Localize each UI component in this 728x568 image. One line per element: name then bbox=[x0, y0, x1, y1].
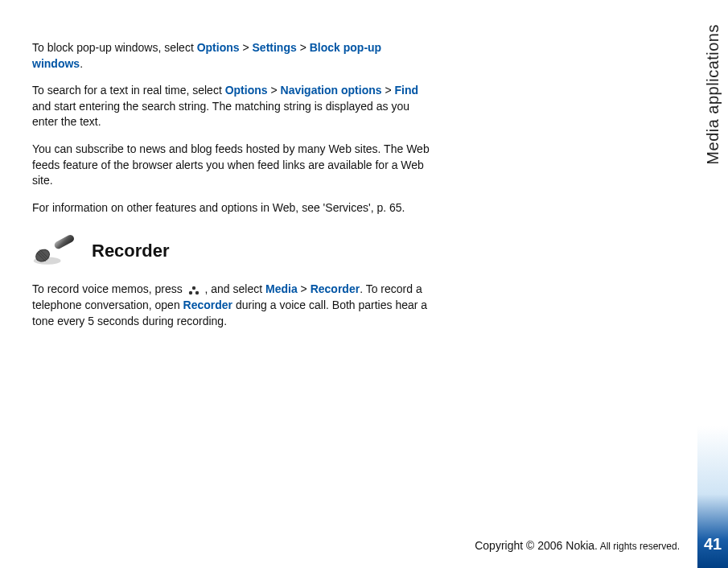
svg-point-9 bbox=[195, 290, 198, 294]
paragraph-recorder: To record voice memos, press , and selec… bbox=[32, 282, 434, 329]
text: , and select bbox=[202, 282, 265, 295]
paragraph-services-ref: For information on other features and op… bbox=[32, 200, 434, 216]
text: To record voice memos, press bbox=[32, 282, 186, 295]
svg-rect-1 bbox=[53, 235, 75, 250]
separator: > bbox=[298, 282, 311, 295]
microphone-icon bbox=[32, 235, 77, 267]
side-tab-label: Media applications bbox=[704, 24, 722, 165]
paragraph-web-feeds: You can subscribe to news and blog feeds… bbox=[32, 142, 434, 189]
paragraph-search-text: To search for a text in real time, selec… bbox=[32, 83, 434, 130]
paragraph-block-popups: To block pop-up windows, select Options … bbox=[32, 40, 434, 72]
menu-path-recorder: Recorder bbox=[311, 282, 360, 295]
menu-path-find: Find bbox=[394, 84, 418, 97]
separator: > bbox=[268, 84, 281, 97]
text: . bbox=[80, 57, 83, 70]
footer: Copyright © 2006 Nokia. All rights reser… bbox=[475, 539, 680, 552]
separator: > bbox=[240, 41, 253, 54]
page: To block pop-up windows, select Options … bbox=[0, 0, 728, 568]
menu-path-options: Options bbox=[197, 41, 240, 54]
app-recorder: Recorder bbox=[183, 298, 232, 311]
content-column: To block pop-up windows, select Options … bbox=[32, 40, 434, 329]
menu-path-settings: Settings bbox=[253, 41, 297, 54]
text: To block pop-up windows, select bbox=[32, 41, 197, 54]
text: To search for a text in real time, selec… bbox=[32, 84, 225, 97]
svg-point-7 bbox=[191, 286, 195, 289]
text: and start entering the search string. Th… bbox=[32, 100, 409, 129]
copyright-text: Copyright © 2006 Nokia. bbox=[475, 539, 598, 552]
rights-text: All rights reserved. bbox=[598, 541, 680, 552]
menu-path-navigation: Navigation options bbox=[281, 84, 382, 97]
heading-recorder: Recorder bbox=[92, 239, 170, 264]
separator: > bbox=[382, 84, 395, 97]
page-number: 41 bbox=[704, 535, 722, 554]
section-header-recorder: Recorder bbox=[32, 235, 434, 267]
menu-path-options: Options bbox=[225, 84, 268, 97]
separator: > bbox=[297, 41, 310, 54]
menu-path-media: Media bbox=[265, 282, 298, 295]
side-tab: Media applications 41 bbox=[697, 0, 728, 568]
menu-key-icon bbox=[187, 284, 200, 297]
svg-point-8 bbox=[188, 290, 191, 294]
